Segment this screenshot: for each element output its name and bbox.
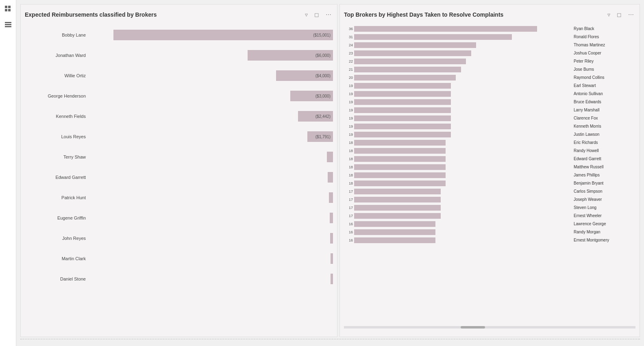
- left-bar-value: ($6,000): [315, 53, 331, 58]
- right-bar-value-label: 19: [344, 116, 353, 120]
- left-chart-icons: ▿ ◻ ⋯: [303, 11, 333, 19]
- right-bar-value-label: 18: [344, 149, 353, 153]
- left-bar-label: Willie Ortiz: [25, 73, 90, 78]
- right-bar-row: 19: [344, 98, 570, 106]
- svg-rect-5: [5, 24, 11, 25]
- right-bar-row: 19: [344, 106, 570, 114]
- svg-rect-1: [8, 6, 11, 8]
- left-bar-row: Kenneth Fields($2,442): [25, 106, 333, 126]
- right-bar-row: 36: [344, 25, 570, 33]
- right-bar-value-label: 19: [344, 92, 353, 96]
- right-bar-name: Kenneth Morris: [574, 122, 635, 131]
- right-bar-fill: [354, 148, 446, 154]
- right-bar-fill: [354, 42, 476, 48]
- right-bar-name: Antonio Sullivan: [574, 90, 635, 98]
- left-bar-container: ($2,442): [90, 110, 333, 122]
- expand-icon[interactable]: ◻: [313, 11, 321, 19]
- left-bar-row: Terry Shaw: [25, 147, 333, 167]
- right-bar-row: 16: [344, 236, 570, 244]
- right-bar-fill: [354, 164, 446, 170]
- right-bar-name: Matthew Russell: [574, 163, 635, 171]
- right-bar-fill: [354, 221, 435, 227]
- right-names-area: Ryan BlackRonald FloresThomas MartinezJo…: [570, 25, 635, 324]
- left-bar-value: ($1,791): [315, 135, 331, 139]
- left-bar-row: Daniel Stone: [25, 269, 333, 289]
- right-expand-icon[interactable]: ◻: [615, 11, 623, 19]
- layers-icon[interactable]: [3, 20, 13, 30]
- svg-rect-4: [5, 22, 11, 23]
- left-bar-value: ($15,001): [313, 33, 331, 37]
- right-bar-fill: [354, 229, 435, 235]
- left-bar-fill: ($6,000): [248, 50, 333, 61]
- left-chart-title: Expected Reimbursements classified by Br…: [25, 11, 157, 18]
- left-bar-label: George Henderson: [25, 94, 90, 98]
- left-bar-row: John Reyes: [25, 228, 333, 248]
- right-bar-fill: [354, 115, 451, 121]
- left-bar-container: [90, 171, 333, 183]
- right-bar-name: Ernest Wheeler: [574, 212, 635, 220]
- left-bar-label: Edward Garrett: [25, 175, 90, 180]
- left-bar-fill: [330, 233, 333, 244]
- right-bar-row: 21: [344, 65, 570, 73]
- right-bar-fill: [354, 99, 451, 105]
- left-bar-row: Martin Clark: [25, 248, 333, 269]
- right-bar-fill: [354, 197, 441, 202]
- right-bar-row: 18: [344, 139, 570, 146]
- right-bar-row: 19: [344, 122, 570, 130]
- filter-icon[interactable]: ▿: [303, 11, 309, 19]
- right-bar-value-label: 17: [344, 206, 353, 210]
- more-icon[interactable]: ⋯: [324, 11, 333, 19]
- svg-rect-6: [5, 26, 11, 27]
- right-bar-fill: [354, 75, 456, 81]
- left-bar-value: ($3,000): [315, 94, 331, 98]
- left-bar-value: ($2,442): [315, 114, 331, 119]
- right-bar-value-label: 18: [344, 173, 353, 177]
- right-bar-name: Ronald Flores: [574, 33, 635, 41]
- right-bar-name: Earl Stewart: [574, 82, 635, 90]
- right-bar-value-label: 19: [344, 108, 353, 112]
- right-bar-row: 19: [344, 82, 570, 89]
- right-bar-row: 18: [344, 147, 570, 155]
- right-bar-name: Lawrence George: [574, 220, 635, 228]
- right-chart-icons: ▿ ◻ ⋯: [606, 11, 635, 19]
- right-bar-name: Ryan Black: [574, 25, 635, 33]
- right-bar-fill: [354, 237, 435, 243]
- right-scrollbar-thumb[interactable]: [461, 326, 485, 329]
- right-bar-name: James Phillips: [574, 171, 635, 179]
- right-bar-name: Eric Richards: [574, 139, 635, 147]
- right-chart-panel: Top Brokers by Highest Days Taken to Res…: [339, 4, 640, 337]
- right-bar-row: 18: [344, 155, 570, 163]
- svg-rect-3: [8, 9, 11, 11]
- left-bar-container: [90, 232, 333, 244]
- right-bar-value-label: 19: [344, 124, 353, 128]
- right-scrollbar[interactable]: [344, 326, 635, 329]
- grid-icon[interactable]: [3, 4, 13, 14]
- left-bar-row: Edward Garrett: [25, 167, 333, 187]
- right-bar-fill: [354, 67, 461, 72]
- right-chart-header: Top Brokers by Highest Days Taken to Res…: [344, 11, 635, 19]
- left-bar-row: Willie Ortiz($4,000): [25, 65, 333, 86]
- right-filter-icon[interactable]: ▿: [606, 11, 612, 19]
- right-bar-value-label: 36: [344, 27, 353, 31]
- right-more-icon[interactable]: ⋯: [627, 11, 635, 19]
- right-bar-value-label: 17: [344, 198, 353, 202]
- left-bar-label: John Reyes: [25, 236, 90, 241]
- left-chart-area: Bobby Lane($15,001)Jonathan Ward($6,000)…: [25, 25, 333, 329]
- left-bar-fill: ($1,791): [307, 131, 333, 142]
- right-bar-row: 16: [344, 220, 570, 228]
- right-bar-value-label: 31: [344, 35, 353, 39]
- left-bar-fill: [328, 172, 333, 183]
- right-bar-fill: [354, 26, 537, 32]
- left-bar-container: ($1,791): [90, 131, 333, 143]
- right-bar-name: Raymond Collins: [574, 74, 635, 82]
- right-bar-name: Joshua Cooper: [574, 49, 635, 57]
- left-bar-label: Eugene Griffin: [25, 215, 90, 220]
- right-bar-row: 19: [344, 131, 570, 138]
- left-bar-row: Eugene Griffin: [25, 208, 333, 228]
- right-bar-value-label: 18: [344, 157, 353, 161]
- left-bar-row: Bobby Lane($15,001): [25, 25, 333, 45]
- right-bar-name: Ernest Montgomery: [574, 236, 635, 244]
- right-bar-value-label: 19: [344, 100, 353, 104]
- right-bar-fill: [354, 189, 441, 194]
- right-bar-row: 17: [344, 212, 570, 220]
